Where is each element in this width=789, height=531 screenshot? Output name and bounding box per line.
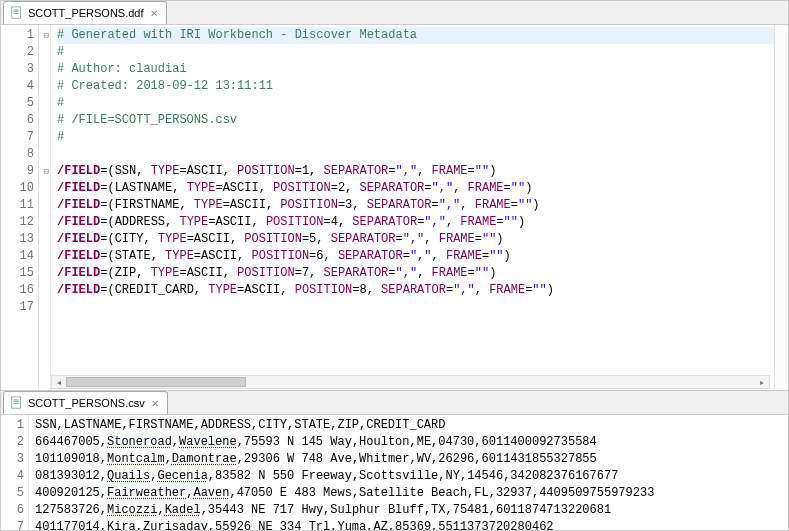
line-number: 1 [1,27,38,44]
svg-rect-0 [12,7,21,18]
code-line[interactable]: /FIELD=(LASTNAME, TYPE=ASCII, POSITION=2… [57,180,774,197]
code-line[interactable]: /FIELD=(STATE, TYPE=ASCII, POSITION=6, S… [57,248,774,265]
code-line[interactable]: # [57,95,774,112]
svg-rect-5 [14,400,19,401]
code-line[interactable]: /FIELD=(ZIP, TYPE=ASCII, POSITION=7, SEP… [57,265,774,282]
line-number: 14 [1,248,38,265]
tab-bar-top: SCOTT_PERSONS.ddf ✕ [1,1,788,25]
code-line[interactable]: /FIELD=(FIRSTNAME, TYPE=ASCII, POSITION=… [57,197,774,214]
svg-rect-1 [14,10,19,11]
code-line[interactable]: /FIELD=(ADDRESS, TYPE=ASCII, POSITION=4,… [57,214,774,231]
code-area[interactable]: # Generated with IRI Workbench - Discove… [51,25,774,390]
tab-bar-bottom: SCOTT_PERSONS.csv ✕ [1,391,788,415]
svg-rect-3 [14,13,19,14]
editor-ddf[interactable]: 1234567891011121314151617 # Generated wi… [1,25,788,390]
file-icon [10,6,24,20]
editor-pane-ddf: SCOTT_PERSONS.ddf ✕ 12345678910111213141… [1,1,788,391]
code-area[interactable]: SSN,LASTNAME,FIRSTNAME,ADDRESS,CITY,STAT… [29,415,788,531]
line-number: 4 [1,78,38,95]
code-line[interactable]: # [57,44,774,61]
code-line[interactable]: 081393012,Quails,Gecenia,83582 N 550 Fre… [35,468,788,485]
code-line[interactable]: # Generated with IRI Workbench - Discove… [57,27,774,44]
line-number: 7 [1,519,28,531]
line-number: 1 [1,417,28,434]
line-number: 8 [1,146,38,163]
line-number: 5 [1,95,38,112]
tab-csv[interactable]: SCOTT_PERSONS.csv ✕ [3,391,168,414]
code-line[interactable]: # [57,129,774,146]
code-line[interactable]: 101109018,Montcalm,Damontrae,29306 W 748… [35,451,788,468]
svg-rect-2 [14,11,19,12]
line-gutter: 1234567891011121314151617 [1,25,39,390]
code-line[interactable]: /FIELD=(CITY, TYPE=ASCII, POSITION=5, SE… [57,231,774,248]
code-line[interactable]: /FIELD=(CREDIT_CARD, TYPE=ASCII, POSITIO… [57,282,774,299]
line-number: 13 [1,231,38,248]
scroll-thumb[interactable] [66,377,246,387]
fold-column [39,25,51,390]
line-number: 12 [1,214,38,231]
scroll-left-icon[interactable]: ◂ [52,376,66,388]
line-number: 15 [1,265,38,282]
line-number: 10 [1,180,38,197]
svg-rect-4 [12,397,21,408]
code-line[interactable] [57,146,774,163]
close-icon[interactable]: ✕ [148,8,160,19]
line-number: 4 [1,468,28,485]
code-line[interactable]: SSN,LASTNAME,FIRSTNAME,ADDRESS,CITY,STAT… [35,417,788,434]
line-number: 2 [1,434,28,451]
code-line[interactable] [57,299,774,316]
code-line[interactable]: /FIELD=(SSN, TYPE=ASCII, POSITION=1, SEP… [57,163,774,180]
code-line[interactable]: 401177014,Kira,Zurisaday,55926 NE 334 Tr… [35,519,788,531]
line-number: 9 [1,163,38,180]
tab-label: SCOTT_PERSONS.ddf [28,7,144,19]
editor-pane-csv: SCOTT_PERSONS.csv ✕ 12345678910 SSN,LAST… [1,391,788,531]
line-number: 11 [1,197,38,214]
editor-csv[interactable]: 12345678910 SSN,LASTNAME,FIRSTNAME,ADDRE… [1,415,788,531]
line-number: 3 [1,451,28,468]
tab-label: SCOTT_PERSONS.csv [28,397,145,409]
line-number: 16 [1,282,38,299]
code-line[interactable]: # /FILE=SCOTT_PERSONS.csv [57,112,774,129]
line-number: 2 [1,44,38,61]
horizontal-scrollbar[interactable]: ◂ ▸ [51,375,770,389]
line-number: 6 [1,112,38,129]
line-number: 7 [1,129,38,146]
overview-ruler [774,25,788,390]
tab-ddf[interactable]: SCOTT_PERSONS.ddf ✕ [3,1,167,24]
line-number: 17 [1,299,38,316]
code-line[interactable]: 400920125,Fairweather,Aaven,47050 E 483 … [35,485,788,502]
svg-rect-6 [14,401,19,402]
code-line[interactable]: # Created: 2018-09-12 13:11:11 [57,78,774,95]
code-line[interactable]: 664467005,Stoneroad,Wavelene,75593 N 145… [35,434,788,451]
line-number: 6 [1,502,28,519]
close-icon[interactable]: ✕ [149,398,161,409]
code-line[interactable]: 127583726,Micozzi,Kadel,35443 NE 717 Hwy… [35,502,788,519]
scroll-right-icon[interactable]: ▸ [755,376,769,388]
line-gutter: 12345678910 [1,415,29,531]
file-icon [10,396,24,410]
svg-rect-7 [14,403,19,404]
line-number: 3 [1,61,38,78]
line-number: 5 [1,485,28,502]
code-line[interactable]: # Author: claudiai [57,61,774,78]
